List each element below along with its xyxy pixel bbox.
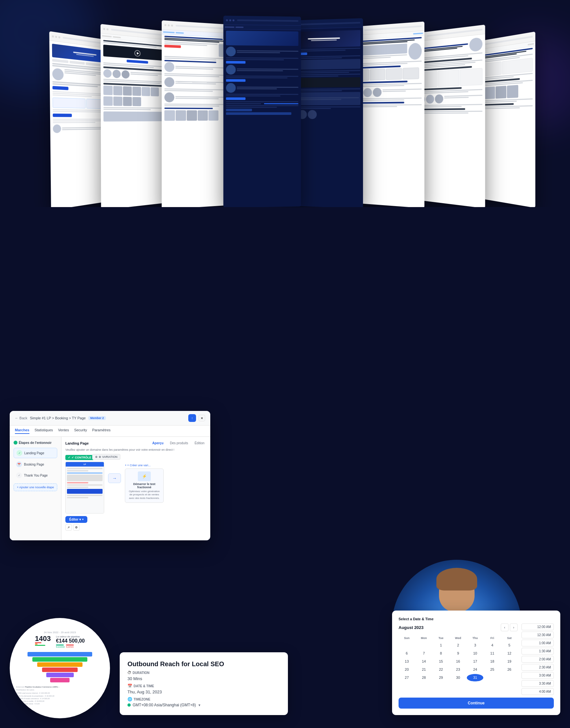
- cal-day-10[interactable]: 10: [467, 650, 483, 657]
- pipeline-stats-row: 1403 La valeur de pipeline €144 500,00 €…: [35, 635, 85, 648]
- tab-marches[interactable]: Marches: [15, 428, 29, 434]
- funnel-builder-ui: ← Back Simple #1 LP > Booking > TY Page …: [10, 411, 210, 540]
- view-tab-apercu[interactable]: Aperçu: [151, 441, 165, 446]
- time-slot-200am[interactable]: 2:00 AM: [522, 656, 554, 663]
- funnel-bar-1: [27, 652, 92, 657]
- outbound-timezone-section: 🌐 TIMEZONE GMT+08:00 Asia/Shanghai (GMT+…: [127, 697, 280, 707]
- time-slot-1230am[interactable]: 12:30 AM: [522, 632, 554, 638]
- cal-day-14[interactable]: 14: [416, 658, 432, 665]
- funnel-close-button[interactable]: ✕: [199, 415, 205, 421]
- mockup-showcase: [0, 0, 570, 210]
- calendar-next-button[interactable]: ›: [510, 624, 518, 631]
- cal-day-3[interactable]: 3: [467, 642, 483, 649]
- outbound-date-section: 📅 DATE & TIME Thu, Aug 31, 2023: [127, 684, 280, 694]
- tab-ventes[interactable]: Ventes: [58, 428, 69, 434]
- funnel-body: Étapes de l'entonnoir ✓ Landing Page 📅 B…: [10, 437, 210, 540]
- cal-day-empty: [484, 674, 501, 681]
- cal-day-2[interactable]: 2: [450, 642, 467, 649]
- cal-day-18[interactable]: 18: [484, 658, 501, 665]
- time-slot-330am[interactable]: 3:30 AM: [522, 680, 554, 687]
- funnel-sidebar-title: Étapes de l'entonnoir: [14, 441, 57, 445]
- cal-day-7[interactable]: 7: [416, 650, 432, 657]
- back-button[interactable]: ← Back: [15, 416, 27, 420]
- funnel-settings-icon[interactable]: ⚙: [73, 524, 79, 531]
- funnel-page-preview-section: ✓ ✓ CONTRÔLE ⊕ ⊕ VARIATION LP: [65, 454, 104, 531]
- tab-security[interactable]: Security: [74, 428, 87, 434]
- cal-day-12[interactable]: 12: [501, 650, 518, 657]
- funnel-step-name-thankyou: Thank You Page: [24, 474, 47, 477]
- view-tab-produits[interactable]: Des produits: [168, 441, 190, 446]
- calendar-select-title: Select a Date & Time: [398, 617, 554, 621]
- funnel-preview-icon[interactable]: ↗: [65, 524, 72, 531]
- funnel-step-icon-landing: ✓: [16, 450, 22, 456]
- cal-header-mon: Mon: [416, 635, 432, 641]
- funnel-add-step-button[interactable]: + Ajouter une nouvelle étape: [14, 483, 57, 491]
- cal-day-empty: [501, 674, 518, 681]
- card-dot: [58, 36, 60, 38]
- cal-day-19[interactable]: 19: [501, 658, 518, 665]
- time-slot-100am[interactable]: 1:00 AM: [522, 640, 554, 647]
- tab-parametres[interactable]: Paramètres: [92, 428, 111, 434]
- outbound-title: Outbound Reach for Local SEO: [127, 660, 280, 668]
- cal-day-25[interactable]: 25: [484, 666, 501, 673]
- cal-day-24[interactable]: 24: [467, 666, 483, 673]
- funnel-action-icons: ↗ ⚙: [65, 524, 104, 531]
- time-slot-1200am[interactable]: 12:00 AM: [522, 624, 554, 630]
- funnel-step-landing[interactable]: ✓ Landing Page: [14, 448, 57, 458]
- cal-header-thu: Thu: [467, 635, 483, 641]
- funnel-status-dot: [14, 441, 17, 445]
- funnel-variation-button[interactable]: ⊕ ⊕ VARIATION: [92, 454, 120, 460]
- calendar-prev-button[interactable]: ‹: [501, 624, 509, 631]
- cal-day-30[interactable]: 30: [450, 674, 467, 681]
- cal-day-15[interactable]: 15: [433, 658, 449, 665]
- calendar-header: August 2023 ‹ ›: [398, 624, 518, 631]
- funnel-domain-notice: Veuillez ajouter un domaine dans les par…: [65, 448, 206, 451]
- time-slot-230am[interactable]: 2:30 AM: [522, 664, 554, 671]
- cal-day-21[interactable]: 21: [416, 666, 432, 673]
- card-dot: [55, 36, 57, 38]
- funnel-create-variation-link[interactable]: + + Créer une vari...: [125, 464, 164, 467]
- cal-day-28[interactable]: 28: [416, 674, 432, 681]
- funnel-step-booking[interactable]: 📅 Booking Page: [14, 459, 57, 469]
- tab-statistiques[interactable]: Statistiques: [35, 428, 53, 434]
- funnel-control-button[interactable]: ✓ ✓ CONTRÔLE: [65, 455, 94, 460]
- cal-day-29[interactable]: 29: [433, 674, 449, 681]
- cal-day-20[interactable]: 20: [398, 666, 415, 673]
- cal-day-23[interactable]: 23: [450, 666, 467, 673]
- cal-day-27[interactable]: 27: [398, 674, 415, 681]
- cal-day-17[interactable]: 17: [467, 658, 483, 665]
- cal-day-9[interactable]: 9: [450, 650, 467, 657]
- funnel-main-header: Landing Page Aperçu Des produits Édition: [65, 441, 206, 446]
- cal-day-4[interactable]: 4: [484, 642, 501, 649]
- funnel-page-thumbnail[interactable]: LP: [65, 462, 104, 513]
- mockup-card-4: [223, 16, 301, 207]
- cal-day-1[interactable]: 1: [433, 642, 449, 649]
- cal-day-5[interactable]: 5: [501, 642, 518, 649]
- pipeline-amount-stat: La valeur de pipeline €144 500,00 €10200…: [56, 635, 85, 648]
- continue-button[interactable]: Continue: [398, 698, 554, 709]
- cal-day-26[interactable]: 26: [501, 666, 518, 673]
- timezone-value: GMT+08:00 Asia/Shanghai (GMT+8): [132, 703, 196, 707]
- calendar-card: Select a Date & Time August 2023 ‹ › Sun…: [392, 611, 560, 715]
- time-slot-130am[interactable]: 1:30 AM: [522, 648, 554, 655]
- funnel-step-thankyou[interactable]: ✓ Thank You Page: [14, 470, 57, 480]
- funnel-arrow-icon: →: [108, 473, 121, 483]
- cal-day-22[interactable]: 22: [433, 666, 449, 673]
- cal-day-31-today[interactable]: 31: [467, 674, 483, 681]
- time-slot-400am[interactable]: 4:00 AM: [522, 688, 554, 695]
- funnel-share-button[interactable]: ↑: [188, 414, 196, 422]
- pipeline-count-value: 1403: [35, 635, 51, 642]
- funnel-edit-button[interactable]: Éditer ▾ ▾: [65, 516, 87, 523]
- cal-day-11[interactable]: 11: [484, 650, 501, 657]
- edit-dropdown-arrow: ▾: [82, 518, 83, 521]
- funnel-main-content: Landing Page Aperçu Des produits Édition…: [61, 437, 210, 540]
- time-slot-300am[interactable]: 3:00 AM: [522, 672, 554, 679]
- view-tab-edition[interactable]: Édition: [193, 441, 206, 446]
- timezone-select[interactable]: GMT+08:00 Asia/Shanghai (GMT+8) ▼: [127, 703, 280, 707]
- cal-day-6[interactable]: 6: [398, 650, 415, 657]
- cal-day-13[interactable]: 13: [398, 658, 415, 665]
- cal-day-16[interactable]: 16: [450, 658, 467, 665]
- timezone-dropdown-icon: ▼: [198, 703, 201, 707]
- funnel-breadcrumb: Simple #1 LP > Booking > TY Page: [30, 416, 86, 420]
- cal-day-8[interactable]: 8: [433, 650, 449, 657]
